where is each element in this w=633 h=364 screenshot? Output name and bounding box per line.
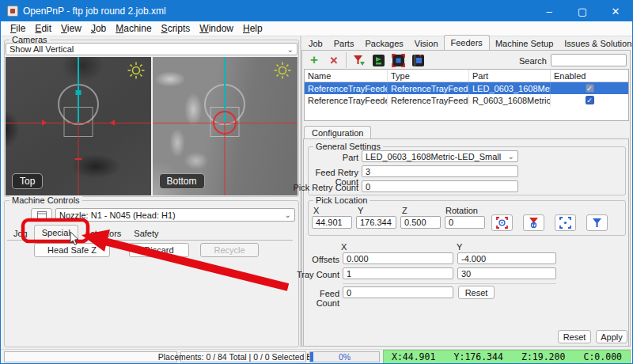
pick-retry-input[interactable]: 0 <box>362 180 518 192</box>
capture-tool-location-button[interactable] <box>523 214 544 231</box>
capture-camera-location-button[interactable] <box>491 214 513 231</box>
capture-camera-icon <box>496 217 508 229</box>
search-label: Search <box>519 56 547 66</box>
tab-parts[interactable]: Parts <box>328 37 360 50</box>
machine-position-readout: X:44.901 Y:176.344 Z:19.200 C:0.000 <box>383 350 631 364</box>
plus-icon: + <box>310 52 318 68</box>
tab-packages[interactable]: Packages <box>359 37 408 50</box>
status-message-panel <box>4 351 177 362</box>
position-camera-button[interactable] <box>555 214 576 231</box>
tab-actuators[interactable]: Actuators <box>78 227 127 240</box>
position-tool-button[interactable] <box>586 214 608 231</box>
status-bar: Placements: 0 / 84 Total | 0 / 0 Selecte… <box>1 349 632 364</box>
feed-feeder-button[interactable] <box>351 52 366 68</box>
app-icon <box>7 6 18 17</box>
pick-y-input[interactable]: 176.344 <box>356 216 396 229</box>
dro-c: C:0.000 <box>584 351 622 362</box>
tab-feeders[interactable]: Feeders <box>444 35 490 50</box>
tray-count-x-input[interactable]: 1 <box>343 267 453 279</box>
menu-scripts[interactable]: Scripts <box>157 21 195 36</box>
menu-machine[interactable]: Machine <box>111 21 156 36</box>
delete-feeder-button[interactable]: ✕ <box>326 52 342 68</box>
pick-x-input[interactable]: 44.901 <box>312 216 352 229</box>
tab-jog[interactable]: Jog <box>7 227 34 240</box>
z-axis-label: Z <box>402 206 407 215</box>
menu-help[interactable]: Help <box>238 21 267 36</box>
table-row[interactable]: ReferenceTrayFeeder ReferenceTrayFeeder … <box>305 82 628 94</box>
discard-button[interactable]: Discard <box>129 243 189 257</box>
part-select[interactable]: LED_0603_1608Metric-LED_Small ⌄ <box>362 150 518 162</box>
menu-window[interactable]: Window <box>195 21 238 36</box>
camera-view-select[interactable]: Show All Vertical ⌄ <box>6 43 298 55</box>
menu-view[interactable]: View <box>56 21 86 36</box>
tab-issues-solutions[interactable]: Issues & Solutions <box>559 37 633 50</box>
offsets-y-input[interactable]: -4.000 <box>457 252 556 264</box>
chevron-down-icon: ⌄ <box>508 152 514 161</box>
brightness-sun-icon[interactable] <box>274 62 291 79</box>
head-safe-z-button[interactable]: Head Safe Z <box>34 243 110 257</box>
camera-red-circle <box>213 111 237 135</box>
pick-z-input[interactable]: 0.500 <box>400 216 441 229</box>
tab-safety[interactable]: Safety <box>127 227 165 240</box>
feed-count-label: Feed Count <box>295 289 339 308</box>
column-header-enabled[interactable]: Enabled <box>551 70 628 82</box>
dro-x: X:44.901 <box>392 351 435 362</box>
column-header-part[interactable]: Part <box>469 70 551 82</box>
chevron-down-icon: ⌄ <box>287 45 294 54</box>
apply-button[interactable]: Apply <box>596 330 627 343</box>
tray-count-y-input[interactable]: 30 <box>457 267 556 279</box>
camera-cyan-handle <box>75 90 81 95</box>
feed-retry-input[interactable]: 3 <box>362 165 518 177</box>
brightness-sun-icon[interactable] <box>127 62 145 79</box>
delete-x-icon: ✕ <box>330 55 339 66</box>
toolbar-separator <box>346 52 347 68</box>
nozzle-select[interactable]: Nozzle: N1 - N045 (Head: H1) ⌄ <box>55 208 295 222</box>
reset-button[interactable]: Reset <box>558 330 591 343</box>
tab-job[interactable]: Job <box>303 37 328 50</box>
show-part-camera-button[interactable] <box>390 52 406 68</box>
camera-view-bottom[interactable]: Bottom <box>153 57 298 195</box>
column-header-type[interactable]: Type <box>388 70 469 82</box>
park-head-button[interactable] <box>31 208 52 222</box>
tab-machine-setup[interactable]: Machine Setup <box>490 37 559 50</box>
close-button[interactable]: ✕ <box>599 1 632 21</box>
table-header-row: Name Type Part Enabled <box>305 70 628 82</box>
maximize-button[interactable]: ▢ <box>566 1 599 21</box>
table-row[interactable]: ReferenceTrayFeeder ReferenceTrayFeeder … <box>305 94 628 106</box>
capture-tool-icon <box>528 217 540 229</box>
menu-edit[interactable]: Edit <box>30 21 56 36</box>
recycle-button[interactable]: Recycle <box>200 243 259 257</box>
tab-pane-border <box>7 240 293 241</box>
main-tabs: Job Parts Packages Vision Feeders Machin… <box>303 36 633 50</box>
menu-bar: File Edit View Job Machine Scripts Windo… <box>1 21 632 36</box>
camera-view-top[interactable]: Top <box>6 57 151 195</box>
menu-file[interactable]: File <box>6 21 30 36</box>
menu-job[interactable]: Job <box>86 21 111 36</box>
feed-count-input[interactable]: 0 <box>343 286 453 298</box>
pick-location-label: Pick Location <box>313 195 370 205</box>
tab-vision[interactable]: Vision <box>409 37 444 50</box>
progress-text: 0% <box>310 352 379 362</box>
x-axis-label: X <box>313 206 319 215</box>
set-part-button[interactable] <box>410 52 426 68</box>
enabled-checkbox[interactable]: ✓ <box>586 96 594 104</box>
machine-controls-tabs: Jog Special Actuators Safety <box>7 225 165 240</box>
camera-red-mark-right <box>110 119 115 126</box>
tab-special[interactable]: Special <box>34 225 78 240</box>
position-camera-icon <box>559 217 571 229</box>
camera-top-badge: Top <box>12 173 43 189</box>
search-input[interactable] <box>551 54 627 66</box>
add-feeder-button[interactable]: + <box>306 52 322 68</box>
camera-bottom-badge: Bottom <box>159 173 205 189</box>
column-header-name[interactable]: Name <box>305 70 388 82</box>
part-label: Part <box>341 153 358 162</box>
feed-funnel-icon <box>352 54 366 67</box>
pick-rotation-input[interactable]: 0 <box>445 216 485 229</box>
enabled-checkbox[interactable]: ✓ <box>586 84 594 93</box>
minimize-button[interactable]: – <box>533 1 566 21</box>
window-icon <box>37 211 47 219</box>
feed-count-reset-button[interactable]: Reset <box>458 286 495 299</box>
title-bar: OpenPnP - ftp job round 2.job.xml – ▢ ✕ <box>1 1 632 21</box>
pick-feeder-button[interactable] <box>370 52 386 68</box>
offsets-x-input[interactable]: 0.000 <box>343 252 453 264</box>
